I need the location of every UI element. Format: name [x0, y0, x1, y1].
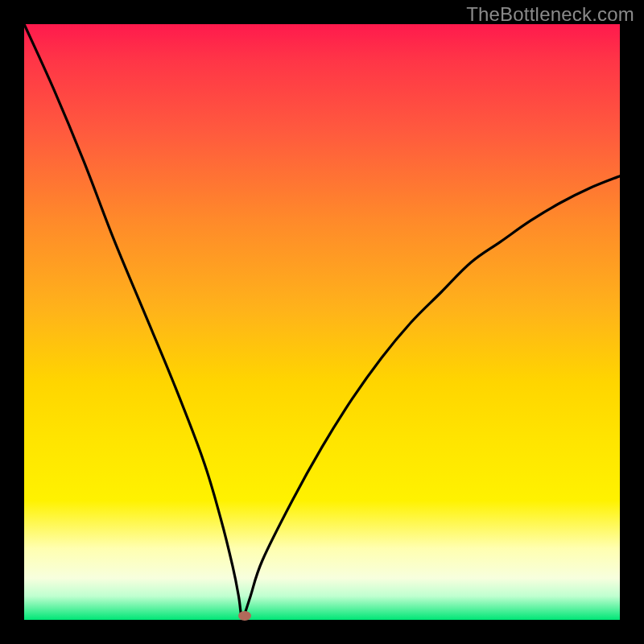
chart-area: [24, 24, 620, 620]
bottleneck-curve-svg: [24, 24, 620, 620]
watermark-text: TheBottleneck.com: [466, 3, 634, 26]
bottleneck-curve-path: [24, 24, 620, 618]
optimum-marker-dot: [238, 611, 251, 621]
